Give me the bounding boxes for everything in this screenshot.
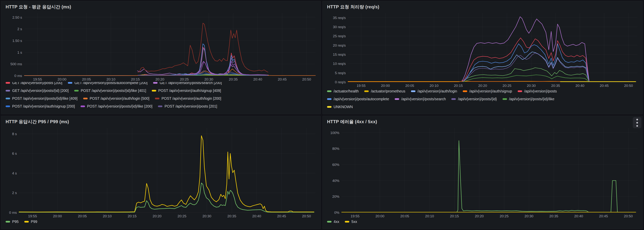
- legend-item[interactable]: POST /api/v{version}/auth/signup [200]: [6, 104, 75, 109]
- throughput-chart[interactable]: 19:5520:0020:0520:1020:1520:2020:2520:30…: [327, 11, 639, 88]
- legend-item[interactable]: GET /api/v{version}/posts/search [200]: [153, 82, 222, 85]
- svg-text:35 req/s: 35 req/s: [333, 16, 346, 20]
- chart-canvas[interactable]: 19:5520:0020:0520:1020:1520:2020:2520:30…: [6, 126, 317, 219]
- legend-item[interactable]: /api/v{version}/posts/search: [395, 97, 446, 101]
- legend-series-label: GET /api/v{version}/posts/search [200]: [160, 82, 222, 85]
- legend-item[interactable]: UNKNOWN: [327, 105, 353, 109]
- legend-item[interactable]: P95: [6, 220, 19, 224]
- panel-title: HTTP 요청 처리량 (req/s): [327, 4, 379, 10]
- avg-response-time-chart[interactable]: 19:5520:0020:0520:1020:1520:2020:2520:30…: [6, 11, 317, 82]
- chart-canvas[interactable]: 19:5520:0020:0520:1020:1520:2020:2520:30…: [6, 11, 317, 82]
- svg-text:1 s: 1 s: [18, 50, 22, 54]
- chart-canvas[interactable]: 19:5520:0020:0520:1020:1520:2020:2520:30…: [327, 126, 639, 219]
- legend-series-label: /api/v{version}/posts/search: [401, 97, 446, 101]
- kebab-icon: [636, 119, 638, 120]
- legend-item[interactable]: POST /api/v{version}/posts [201]: [158, 104, 217, 109]
- legend-rows: /actuator/health/actuator/prometheus/api…: [327, 89, 639, 109]
- svg-text:20:50: 20:50: [302, 214, 311, 218]
- legend-item[interactable]: /api/v{version}/auth/signup: [463, 89, 512, 93]
- svg-text:20:30: 20:30: [527, 84, 536, 88]
- legend-series-label: POST /api/v{version}/auth/signup [200]: [12, 104, 75, 109]
- svg-text:20:15: 20:15: [131, 77, 140, 81]
- legend-series-swatch: [83, 98, 88, 99]
- legend-series-swatch: [502, 98, 507, 100]
- legend-item[interactable]: POST /api/v{version}/auth/login [200]: [155, 96, 221, 101]
- legend-item[interactable]: POST /api/v{version}/posts/{id}/like [20…: [80, 104, 152, 109]
- legend-series-swatch: [6, 106, 10, 107]
- svg-text:20:00: 20:00: [58, 77, 66, 81]
- legend-item[interactable]: /actuator/health: [327, 89, 359, 93]
- legend-item[interactable]: GET /api/v{version}/posts [200]: [6, 82, 62, 85]
- legend-series-label: UNKNOWN: [334, 105, 353, 109]
- legend-rows: 4xx5xx: [327, 220, 639, 224]
- svg-text:20:35: 20:35: [229, 77, 238, 81]
- chart-canvas[interactable]: 19:5520:0020:0520:1020:1520:2020:2520:30…: [327, 11, 639, 88]
- legend-series-swatch: [155, 98, 160, 99]
- svg-text:19:55: 19:55: [33, 77, 42, 81]
- svg-text:19:55: 19:55: [28, 214, 37, 218]
- legend-series-label: POST /api/v{version}/posts [201]: [164, 104, 217, 109]
- legend-series-swatch: [518, 90, 522, 92]
- svg-text:0 ms: 0 ms: [14, 74, 22, 78]
- legend-item[interactable]: /api/v{version}/posts: [518, 89, 557, 93]
- legend-series-swatch: [364, 90, 369, 92]
- svg-text:20:10: 20:10: [106, 77, 116, 81]
- svg-text:20:05: 20:05: [78, 214, 87, 218]
- legend-item[interactable]: GET /api/v{version}/posts/autocomplete […: [68, 82, 148, 85]
- svg-text:20:10: 20:10: [425, 214, 434, 218]
- legend-item[interactable]: P99: [24, 220, 38, 224]
- legend-series-swatch: [327, 98, 332, 100]
- legend-row: /api/v{version}/posts/autocomplete/api/v…: [327, 97, 639, 101]
- svg-text:20:05: 20:05: [82, 77, 91, 81]
- error-rate-chart[interactable]: 19:5520:0020:0520:1020:1520:2020:2520:30…: [327, 126, 639, 219]
- svg-text:20:40: 20:40: [252, 214, 261, 218]
- legend-item[interactable]: POST /api/v{version}/auth/login [500]: [83, 96, 149, 101]
- legend-series-label: GET /api/v{version}/posts/{id} [200]: [12, 89, 68, 93]
- legend-series-swatch: [411, 90, 416, 92]
- svg-text:20:40: 20:40: [576, 84, 584, 88]
- legend-series-swatch: [80, 106, 85, 107]
- svg-text:80%: 80%: [332, 147, 340, 151]
- p95-p99-chart[interactable]: 19:5520:0020:0520:1020:1520:2020:2520:30…: [6, 126, 317, 219]
- legend-series-label: /api/v{version}/posts/autocomplete: [334, 97, 389, 101]
- legend-item[interactable]: POST /api/v{version}/auth/signup [409]: [152, 89, 221, 93]
- svg-text:15 req/s: 15 req/s: [333, 53, 346, 56]
- legend: 4xx5xx: [327, 219, 639, 228]
- svg-text:20:15: 20:15: [454, 84, 463, 88]
- svg-text:20:00: 20:00: [376, 214, 384, 218]
- legend-series-swatch: [68, 82, 72, 84]
- legend-item[interactable]: POST /api/v{version}/posts/{id}/like [40…: [6, 96, 78, 101]
- svg-text:20:20: 20:20: [478, 84, 487, 88]
- legend-series-label: POST /api/v{version}/posts/{id}/like [20…: [87, 104, 152, 109]
- svg-text:0%: 0%: [334, 211, 340, 215]
- legend-item[interactable]: 5xx: [345, 220, 357, 224]
- legend-item[interactable]: POST /api/v{version}/posts/{id}/like [40…: [74, 89, 146, 93]
- legend: P95P99: [6, 219, 317, 228]
- legend: /actuator/health/actuator/prometheus/api…: [327, 88, 639, 113]
- legend-item[interactable]: /api/v{version}/posts/autocomplete: [327, 97, 389, 101]
- legend-item[interactable]: /actuator/prometheus: [364, 89, 405, 93]
- legend-series-swatch: [6, 98, 10, 99]
- legend-item[interactable]: /api/v{version}/posts/{id}/like: [502, 97, 554, 101]
- legend-series-label: /actuator/health: [334, 89, 359, 93]
- svg-text:20%: 20%: [332, 195, 340, 199]
- legend-row: P95P99: [6, 220, 317, 224]
- legend-series-label: GET /api/v{version}/posts/autocomplete […: [74, 82, 148, 85]
- legend-series-swatch: [6, 90, 10, 92]
- svg-text:20:00: 20:00: [381, 84, 390, 88]
- legend-series-label: P99: [31, 220, 38, 224]
- panel-title: HTTP 에러율 (4xx / 5xx): [327, 119, 377, 125]
- legend-item[interactable]: 4xx: [327, 220, 339, 224]
- svg-text:20:05: 20:05: [405, 84, 414, 88]
- legend-series-swatch: [327, 221, 332, 223]
- svg-text:20:30: 20:30: [524, 214, 534, 218]
- svg-text:20:25: 20:25: [180, 77, 189, 81]
- legend: GET /api/v{version}/posts [200]GET /api/…: [6, 82, 317, 113]
- legend-item[interactable]: /api/v{version}/auth/login: [411, 89, 457, 93]
- legend-item[interactable]: /api/v{version}/posts/{id}: [451, 97, 497, 101]
- svg-text:20:50: 20:50: [624, 84, 633, 88]
- svg-text:20 req/s: 20 req/s: [333, 43, 346, 47]
- legend-item[interactable]: GET /api/v{version}/posts/{id} [200]: [6, 89, 68, 93]
- svg-text:20:15: 20:15: [450, 214, 459, 218]
- legend-series-swatch: [153, 82, 158, 84]
